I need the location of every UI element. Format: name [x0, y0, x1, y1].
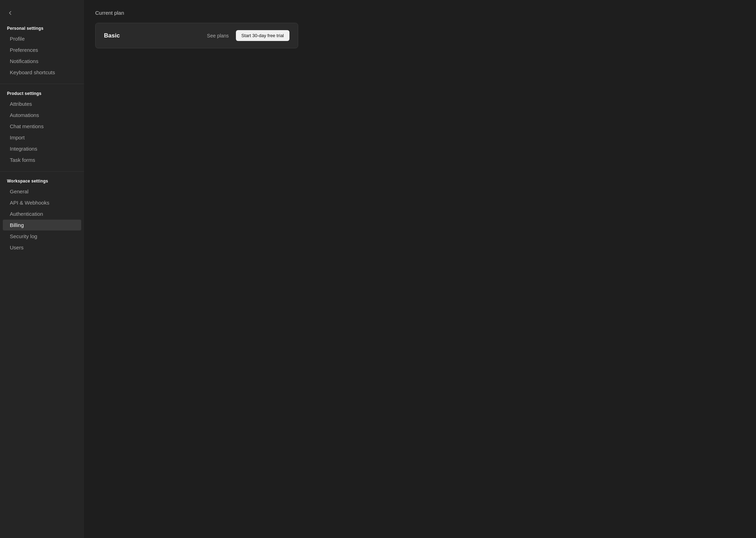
- sidebar-item-attributes[interactable]: Attributes: [3, 98, 81, 109]
- sidebar-item-automations[interactable]: Automations: [3, 110, 81, 120]
- divider-2: [0, 171, 84, 172]
- back-button[interactable]: [0, 7, 84, 22]
- sidebar-item-import[interactable]: Import: [3, 132, 81, 143]
- sidebar-item-profile[interactable]: Profile: [3, 33, 81, 44]
- plan-name: Basic: [104, 32, 120, 39]
- plan-card: Basic See plans Start 30-day free trial: [95, 23, 298, 48]
- product-settings-header: Product settings: [0, 87, 84, 98]
- sidebar: Personal settings Profile Preferences No…: [0, 0, 84, 538]
- sidebar-item-users[interactable]: Users: [3, 242, 81, 253]
- start-trial-button[interactable]: Start 30-day free trial: [236, 30, 289, 41]
- sidebar-item-keyboard-shortcuts[interactable]: Keyboard shortcuts: [3, 67, 81, 78]
- product-settings-section: Product settings Attributes Automations …: [0, 87, 84, 166]
- sidebar-item-security-log[interactable]: Security log: [3, 231, 81, 242]
- see-plans-link[interactable]: See plans: [207, 33, 229, 39]
- sidebar-item-general[interactable]: General: [3, 186, 81, 197]
- workspace-settings-header: Workspace settings: [0, 174, 84, 186]
- personal-settings-header: Personal settings: [0, 22, 84, 33]
- divider-1: [0, 84, 84, 84]
- main-content: Current plan Basic See plans Start 30-da…: [84, 0, 756, 538]
- page-title: Current plan: [95, 10, 745, 16]
- sidebar-item-integrations[interactable]: Integrations: [3, 143, 81, 154]
- sidebar-item-authentication[interactable]: Authentication: [3, 208, 81, 219]
- personal-settings-section: Personal settings Profile Preferences No…: [0, 22, 84, 78]
- workspace-settings-section: Workspace settings General API & Webhook…: [0, 174, 84, 253]
- sidebar-item-api-webhooks[interactable]: API & Webhooks: [3, 197, 81, 208]
- sidebar-item-notifications[interactable]: Notifications: [3, 56, 81, 67]
- sidebar-item-preferences[interactable]: Preferences: [3, 44, 81, 55]
- plan-actions: See plans Start 30-day free trial: [207, 30, 289, 41]
- sidebar-item-chat-mentions[interactable]: Chat mentions: [3, 121, 81, 132]
- sidebar-item-task-forms[interactable]: Task forms: [3, 154, 81, 165]
- sidebar-item-billing[interactable]: Billing: [3, 220, 81, 230]
